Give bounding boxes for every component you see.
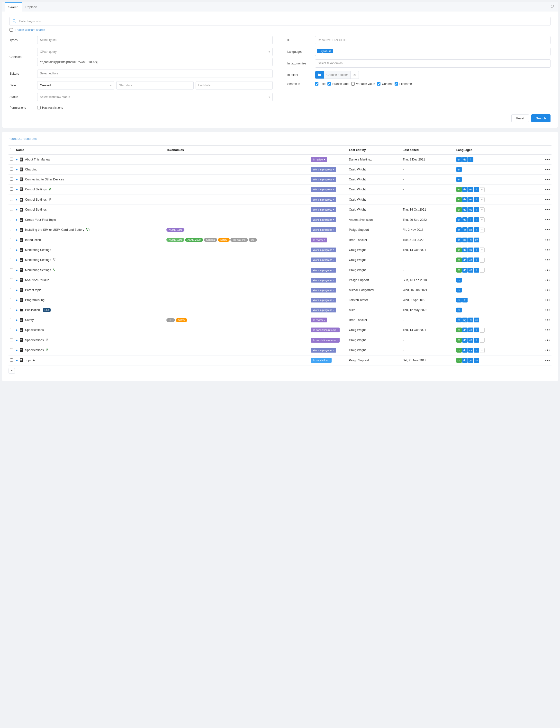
workflow-badge[interactable]: Work in progress▾ bbox=[311, 197, 336, 202]
row-checkbox[interactable] bbox=[10, 188, 13, 191]
select-all-checkbox[interactable] bbox=[10, 148, 13, 151]
workflow-badge[interactable]: In translation▾ bbox=[311, 358, 331, 363]
start-date-input[interactable] bbox=[116, 81, 193, 90]
language-badge[interactable]: en bbox=[456, 227, 462, 232]
row-actions-menu[interactable]: ••• bbox=[525, 165, 551, 175]
language-badge[interactable]: de bbox=[462, 197, 468, 202]
clear-folder-icon[interactable]: ✕ bbox=[350, 71, 359, 79]
language-badge[interactable]: fr bbox=[474, 187, 479, 192]
language-badge[interactable]: fr bbox=[474, 338, 479, 343]
language-badge[interactable]: fr bbox=[474, 248, 479, 253]
row-checkbox[interactable] bbox=[10, 338, 13, 342]
language-badge[interactable]: fr bbox=[462, 298, 468, 303]
expand-icon[interactable]: ▶ bbox=[16, 229, 18, 231]
workflow-badge[interactable]: Work in progress▾ bbox=[311, 298, 336, 303]
row-actions-menu[interactable]: ••• bbox=[525, 235, 551, 245]
row-name[interactable]: About This Manual bbox=[25, 158, 50, 161]
row-actions-menu[interactable]: ••• bbox=[525, 245, 551, 255]
searchin-branch-checkbox[interactable] bbox=[327, 82, 331, 86]
row-name[interactable]: Connecting to Other Devices bbox=[25, 178, 64, 181]
row-name[interactable]: Monitoring Settings bbox=[25, 269, 51, 272]
language-badge[interactable]: bg bbox=[462, 238, 468, 243]
search-button[interactable]: Search bbox=[531, 114, 551, 122]
language-badge[interactable]: de bbox=[462, 217, 468, 222]
row-checkbox[interactable] bbox=[10, 238, 13, 241]
language-badge[interactable]: es bbox=[468, 197, 473, 202]
taxonomy-tag[interactable]: US bbox=[249, 238, 257, 242]
row-name[interactable]: Parent topic bbox=[25, 289, 41, 292]
row-actions-menu[interactable]: ••• bbox=[525, 315, 551, 325]
language-badge[interactable]: de bbox=[462, 207, 468, 212]
workflow-badge[interactable]: Work in progress▾ bbox=[311, 348, 336, 353]
row-actions-menu[interactable]: ••• bbox=[525, 205, 551, 215]
row-actions-menu[interactable]: ••• bbox=[525, 345, 551, 356]
more-languages-icon[interactable]: ▾ bbox=[480, 217, 485, 222]
types-select[interactable]: Select types bbox=[37, 36, 273, 44]
expand-icon[interactable]: ▶ bbox=[16, 269, 18, 271]
language-badge[interactable]: de bbox=[462, 328, 468, 333]
language-badge[interactable]: bg bbox=[462, 318, 468, 323]
row-checkbox[interactable] bbox=[10, 278, 13, 281]
taxonomy-tag[interactable]: ACME 1000 bbox=[166, 228, 184, 232]
workflow-badge[interactable]: Work in progress▾ bbox=[311, 278, 336, 283]
row-name[interactable]: Introduction bbox=[25, 238, 41, 242]
taxonomy-tag[interactable]: ACME 2000 bbox=[185, 238, 203, 242]
language-badge[interactable]: es bbox=[468, 348, 473, 353]
row-name[interactable]: Charging bbox=[25, 168, 37, 171]
language-badge[interactable]: nl bbox=[468, 318, 473, 323]
folder-picker[interactable]: Choose a folder ✕ bbox=[315, 71, 359, 79]
expand-icon[interactable]: ▶ bbox=[16, 339, 18, 342]
workflow-badge[interactable]: Work in progress▾ bbox=[311, 187, 336, 192]
language-badge[interactable]: en bbox=[456, 157, 462, 162]
row-checkbox[interactable] bbox=[10, 168, 13, 171]
expand-icon[interactable]: ▶ bbox=[16, 188, 18, 191]
row-name[interactable]: Specifications bbox=[25, 339, 44, 342]
xpath-input[interactable] bbox=[37, 58, 273, 66]
workflow-badge[interactable]: In review▾ bbox=[311, 238, 327, 243]
row-name[interactable]: Control Settings bbox=[25, 198, 47, 201]
row-checkbox[interactable] bbox=[10, 268, 13, 271]
expand-icon[interactable]: ▶ bbox=[16, 329, 18, 331]
language-badge[interactable]: en bbox=[456, 238, 462, 243]
language-badge[interactable]: de bbox=[462, 268, 468, 273]
status-select[interactable]: Select workflow status ▾ bbox=[37, 93, 273, 101]
row-checkbox[interactable] bbox=[10, 258, 13, 261]
language-badge[interactable]: nl bbox=[468, 238, 473, 243]
language-badge[interactable]: en bbox=[456, 258, 462, 262]
row-name[interactable]: Installing the SIM or USIM Card and Batt… bbox=[25, 228, 84, 232]
row-actions-menu[interactable]: ••• bbox=[525, 225, 551, 235]
expand-icon[interactable]: ▶ bbox=[16, 309, 18, 311]
language-badge[interactable]: en bbox=[456, 328, 462, 333]
language-badge[interactable]: en bbox=[456, 268, 462, 273]
language-badge[interactable]: ar bbox=[462, 227, 468, 232]
language-badge[interactable]: en bbox=[456, 298, 462, 303]
taxonomy-tag[interactable]: top-nav-link bbox=[230, 238, 248, 242]
workflow-badge[interactable]: Work in progress▾ bbox=[311, 268, 336, 273]
expand-icon[interactable]: ▶ bbox=[16, 199, 18, 201]
workflow-badge[interactable]: In review▾ bbox=[311, 318, 327, 323]
language-badge[interactable]: it bbox=[474, 227, 479, 232]
row-actions-menu[interactable]: ••• bbox=[525, 285, 551, 295]
language-badge[interactable]: en bbox=[456, 358, 462, 363]
row-checkbox[interactable] bbox=[10, 298, 13, 301]
expand-icon[interactable]: ▶ bbox=[16, 299, 18, 301]
language-badge[interactable]: en bbox=[456, 207, 462, 212]
languages-select[interactable]: English ✕ bbox=[315, 48, 551, 56]
row-actions-menu[interactable]: ••• bbox=[525, 155, 551, 165]
more-languages-icon[interactable]: ▾ bbox=[480, 328, 485, 333]
workflow-badge[interactable]: Work in progress▾ bbox=[311, 258, 336, 262]
more-languages-icon[interactable]: ▾ bbox=[480, 228, 485, 233]
row-actions-menu[interactable]: ••• bbox=[525, 295, 551, 305]
row-actions-menu[interactable]: ••• bbox=[525, 185, 551, 195]
id-input[interactable] bbox=[315, 36, 551, 44]
row-checkbox[interactable] bbox=[10, 308, 13, 311]
taxonomy-tag[interactable]: CG bbox=[166, 318, 175, 322]
language-badge[interactable]: en bbox=[456, 288, 462, 293]
row-checkbox[interactable] bbox=[10, 318, 13, 321]
language-badge[interactable]: fr bbox=[468, 157, 473, 162]
wildcard-checkbox[interactable] bbox=[9, 28, 13, 32]
language-badge[interactable]: sv bbox=[474, 238, 479, 243]
language-badge[interactable]: fr bbox=[474, 207, 479, 212]
language-badge[interactable]: es bbox=[468, 248, 473, 253]
expand-icon[interactable]: ▶ bbox=[16, 219, 18, 221]
